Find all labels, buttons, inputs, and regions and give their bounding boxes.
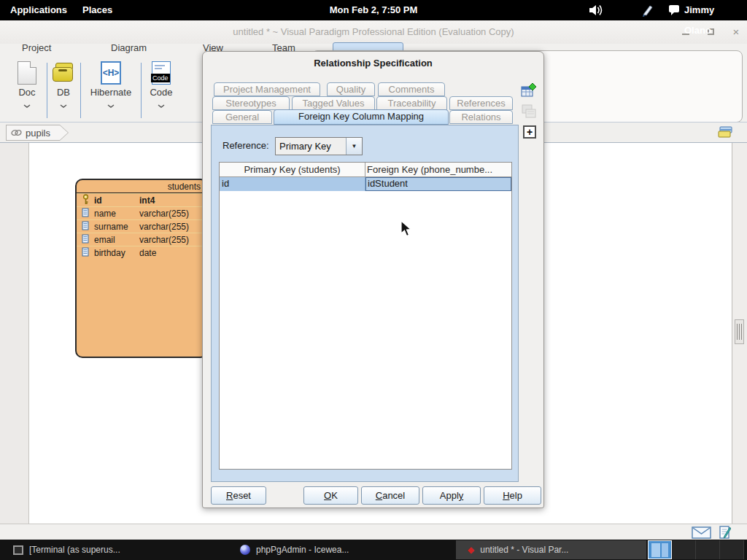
column-icon [82, 247, 92, 259]
toolbar-doc-button[interactable]: Doc [9, 61, 45, 111]
panel-splitter-grip[interactable] [735, 319, 744, 344]
tab-relations[interactable]: Relations [449, 110, 513, 124]
workspace-3[interactable] [696, 540, 720, 559]
help-button[interactable]: Help [484, 486, 541, 505]
add-mapping-icon[interactable] [520, 82, 538, 100]
workspace-2[interactable] [672, 540, 696, 559]
mapping-row-selected[interactable]: id idStudent [220, 177, 511, 191]
taskbar-item-label: untitled * - Visual Par... [480, 545, 568, 555]
code-badge: Code [151, 74, 170, 82]
cell-foreign-key-focused[interactable]: idStudent [365, 177, 511, 191]
iceweasel-icon [240, 545, 250, 555]
toolbar-code-label: Code [143, 87, 179, 98]
gnome-top-panel: Applications Places Mon Feb 2, 7:50 PM J… [0, 0, 747, 20]
chevron-down-icon [60, 104, 67, 108]
vp-titlebar: untitled * ~ Visual Paradigm Professiona… [0, 20, 747, 44]
column-icon [82, 221, 92, 233]
tab-general[interactable]: General [212, 110, 272, 124]
header-foreign-key[interactable]: Foreign Key (phone_numbe... [365, 163, 511, 176]
tab-comments[interactable]: Comments [378, 82, 445, 96]
column-type: varchar(255) [139, 235, 206, 245]
tool-palette [0, 143, 29, 524]
header-primary-key[interactable]: Primary Key (students) [220, 163, 365, 176]
toolbar-hibernate-label: Hibernate [82, 87, 139, 98]
close-icon: × [729, 26, 743, 38]
vp-statusbar [0, 524, 747, 540]
diagram-tab-label: pupils [26, 128, 50, 139]
taskbar-item-visual-paradigm[interactable]: ◆ untitled * - Visual Par... [456, 540, 646, 559]
column-icon [82, 234, 92, 246]
input-method-icon[interactable] [640, 3, 655, 20]
tab-stereotypes[interactable]: Stereotypes [212, 96, 290, 110]
column-name: name [94, 209, 139, 219]
database-icon [53, 63, 74, 83]
column-name: birthday [94, 248, 139, 258]
entity-column-row[interactable]: name varchar(255) [77, 206, 206, 219]
apply-button[interactable]: Apply [422, 486, 481, 505]
reset-button[interactable]: Reset [211, 486, 266, 505]
window-list-taskbar: [Terminal (as superus... phpPgAdmin - Ic… [0, 540, 747, 560]
tab-foreign-key-column-mapping[interactable]: Foreign Key Column Mapping [274, 109, 449, 125]
mapping-table-header: Primary Key (students) Foreign Key (phon… [220, 163, 511, 177]
window-title: untitled * ~ Visual Paradigm Professiona… [0, 20, 747, 44]
layers-icon[interactable] [718, 125, 734, 140]
toolbar-db-label: DB [48, 87, 79, 98]
code-icon: Code [152, 61, 171, 85]
expand-button[interactable]: + [523, 125, 536, 139]
diagram-tab-pupils[interactable]: pupils [6, 125, 69, 141]
taskbar-item-label: phpPgAdmin - Icewea... [256, 545, 349, 555]
cell-primary-key[interactable]: id [220, 177, 365, 191]
tab-references[interactable]: References [449, 96, 513, 110]
column-icon [82, 208, 92, 219]
menu-project[interactable]: Project [22, 42, 51, 54]
user-menu[interactable]: Jimmy Olano [678, 0, 747, 20]
entity-column-row[interactable]: email varchar(255) [77, 233, 206, 246]
entity-column-row[interactable]: id int4 [77, 193, 206, 206]
taskbar-item-label: [Terminal (as superus... [29, 545, 120, 555]
reference-dropdown[interactable]: Primary Key ▼ [275, 137, 363, 155]
terminal-icon [13, 545, 23, 555]
chevron-down-icon [107, 104, 115, 108]
volume-icon[interactable] [588, 3, 604, 20]
cancel-button[interactable]: Cancel [361, 486, 419, 505]
taskbar-item-phppgadmin[interactable]: phpPgAdmin - Icewea... [228, 540, 454, 559]
tab-project-management[interactable]: Project Management [214, 82, 320, 96]
column-type: date [139, 248, 206, 258]
toolbar-separator [141, 63, 142, 118]
entity-students[interactable]: students id int4 name varchar(255) surna… [75, 179, 208, 358]
desktop: Applications Places Mon Feb 2, 7:50 PM J… [0, 0, 747, 560]
remove-mapping-icon-disabled [520, 103, 538, 120]
dropdown-arrow-icon[interactable]: ▼ [346, 138, 362, 155]
chevron-down-icon [158, 104, 165, 108]
toolbar-code-button[interactable]: Code Code [143, 61, 179, 111]
close-button[interactable]: × [729, 26, 743, 38]
column-type: varchar(255) [139, 209, 206, 219]
entity-column-row[interactable]: birthday date [77, 246, 206, 259]
reference-label: Reference: [222, 140, 269, 151]
tab-tagged-values[interactable]: Tagged Values [292, 96, 375, 110]
toolbar-db-button[interactable]: DB [48, 61, 79, 111]
workspace-switcher [648, 540, 744, 559]
taskbar-item-terminal[interactable]: [Terminal (as superus... [1, 540, 226, 559]
toolbar-doc-label: Doc [9, 87, 45, 98]
column-type: varchar(255) [139, 222, 206, 232]
clock[interactable]: Mon Feb 2, 7:50 PM [0, 0, 747, 20]
workspace-4[interactable] [720, 540, 744, 559]
tab-quality[interactable]: Quality [327, 82, 375, 96]
chevron-down-icon [23, 104, 31, 108]
ok-button[interactable]: OK [303, 486, 358, 505]
entity-title: students [77, 180, 206, 193]
toolbar-separator [80, 63, 81, 118]
mapping-panel: Reference: Primary Key ▼ Primary Key (st… [211, 125, 519, 482]
tab-traceability[interactable]: Traceability [376, 96, 447, 110]
visual-paradigm-icon: ◆ [468, 545, 474, 555]
menu-diagram[interactable]: Diagram [111, 42, 147, 54]
relationship-specification-dialog: Relationship Specification Project Manag… [202, 51, 544, 508]
reference-value: Primary Key [279, 138, 331, 155]
entity-column-row[interactable]: surname varchar(255) [77, 219, 206, 233]
dialog-title: Relationship Specification [203, 58, 543, 69]
column-name: email [94, 235, 139, 245]
workspace-1[interactable] [648, 540, 672, 559]
column-name: id [94, 195, 139, 206]
toolbar-hibernate-button[interactable]: <H> Hibernate [82, 61, 139, 111]
